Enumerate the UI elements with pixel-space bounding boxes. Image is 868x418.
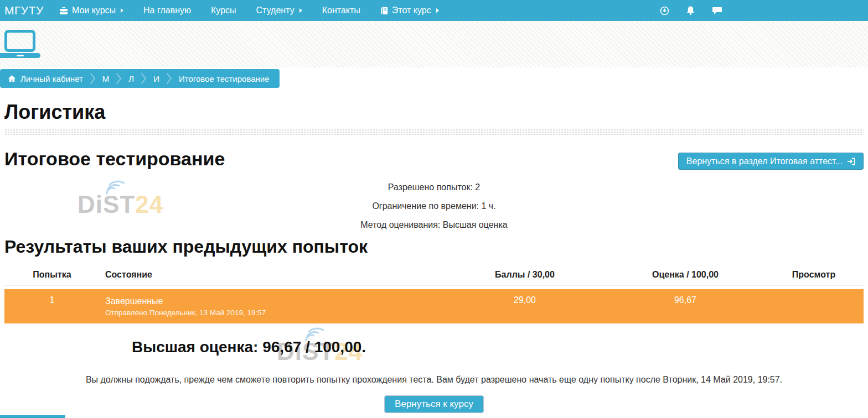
breadcrumb-i[interactable]: И xyxy=(153,74,159,83)
results-heading: Результаты ваших предыдущих попыток xyxy=(4,237,368,257)
quiz-page: МГУТУ Мои курсы На главную Курсы Студент… xyxy=(0,0,868,418)
caret-right-icon xyxy=(436,8,439,13)
nav-label: Контакты xyxy=(322,6,360,15)
breadcrumb-l[interactable]: Л xyxy=(128,74,134,83)
caret-right-icon xyxy=(121,8,123,13)
nav-label: Этот курс xyxy=(392,6,431,15)
page-title: Логистика xyxy=(4,101,105,124)
nav-this-course[interactable]: Этот курс xyxy=(380,6,439,15)
nav-student[interactable]: Студенту xyxy=(256,6,302,15)
chat-icon[interactable] xyxy=(712,6,722,15)
nav-label: На главную xyxy=(143,6,191,15)
footer-accent-bar xyxy=(0,415,65,418)
attempt-number: 1 xyxy=(4,286,100,323)
download-circle-icon[interactable] xyxy=(660,6,669,15)
nav-home[interactable]: На главную xyxy=(143,6,191,15)
grading-method: Метод оценивания: Высшая оценка xyxy=(0,216,868,234)
chevron-right-icon xyxy=(141,72,147,85)
breadcrumb-current[interactable]: Итоговое тестирование xyxy=(179,74,270,83)
nav-label: Мои курсы xyxy=(72,6,116,15)
quiz-info: Разрешено попыток: 2 Ограничение по врем… xyxy=(0,178,868,234)
nav-courses[interactable]: Курсы xyxy=(211,6,236,15)
chevron-right-icon xyxy=(116,72,122,85)
caret-right-icon xyxy=(299,8,302,13)
home-icon xyxy=(8,75,16,82)
attempt-submitted-date: Отправлено Понедельник, 13 Май 2019, 19:… xyxy=(105,307,443,318)
dotted-separator xyxy=(4,129,864,135)
chevron-right-icon xyxy=(90,72,96,85)
col-attempt: Попытка xyxy=(4,268,100,286)
nav-label: Курсы xyxy=(211,6,236,15)
return-to-course-button[interactable]: Вернуться к курсу xyxy=(384,395,484,413)
col-grade: Оценка / 100,00 xyxy=(607,268,764,286)
nav-my-courses[interactable]: Мои курсы xyxy=(59,6,123,15)
quiz-title: Итоговое тестирование xyxy=(4,148,225,170)
col-state: Состояние xyxy=(100,268,443,286)
nav-contacts[interactable]: Контакты xyxy=(322,6,360,15)
attempt-grade: 96,67 xyxy=(607,286,764,323)
table-header-row: Попытка Состояние Баллы / 30,00 Оценка /… xyxy=(4,268,864,286)
sign-in-icon xyxy=(847,158,855,165)
briefcase-icon xyxy=(59,7,68,15)
nav-label: Студенту xyxy=(256,6,294,15)
breadcrumb-dashboard[interactable]: Личный кабинет xyxy=(8,74,83,83)
attempt-row: 1 Завершенные Отправлено Понедельник, 13… xyxy=(4,286,864,323)
attempt-state: Завершенные Отправлено Понедельник, 13 М… xyxy=(100,286,443,323)
return-to-section-button[interactable]: Вернуться в раздел Итоговая аттест... xyxy=(678,153,864,170)
attempts-table: Попытка Состояние Баллы / 30,00 Оценка /… xyxy=(4,268,864,323)
attempts-allowed: Разрешено попыток: 2 xyxy=(0,178,868,197)
col-marks: Баллы / 30,00 xyxy=(443,268,607,286)
book-icon xyxy=(380,7,388,15)
navbar-right-icons xyxy=(660,0,722,21)
bell-icon[interactable] xyxy=(686,6,695,15)
breadcrumb: Личный кабинет М Л И Итоговое тестирован… xyxy=(0,69,280,88)
highest-grade-summary: Высшая оценка: 96,67 / 100,00. xyxy=(132,338,366,356)
col-review: Просмотр xyxy=(764,268,864,286)
brand-logo[interactable]: МГУТУ xyxy=(4,4,44,17)
time-limit: Ограничение по времени: 1 ч. xyxy=(0,197,868,216)
attempt-marks: 29,00 xyxy=(443,286,607,323)
attempt-review xyxy=(764,286,864,323)
wait-message: Вы должны подождать, прежде чем сможете … xyxy=(0,375,868,385)
chevron-right-icon xyxy=(166,72,172,85)
breadcrumb-m[interactable]: М xyxy=(102,74,110,83)
laptop-logo-icon[interactable] xyxy=(0,30,44,58)
logo-strip xyxy=(0,21,868,67)
top-navbar: МГУТУ Мои курсы На главную Курсы Студент… xyxy=(0,0,868,21)
